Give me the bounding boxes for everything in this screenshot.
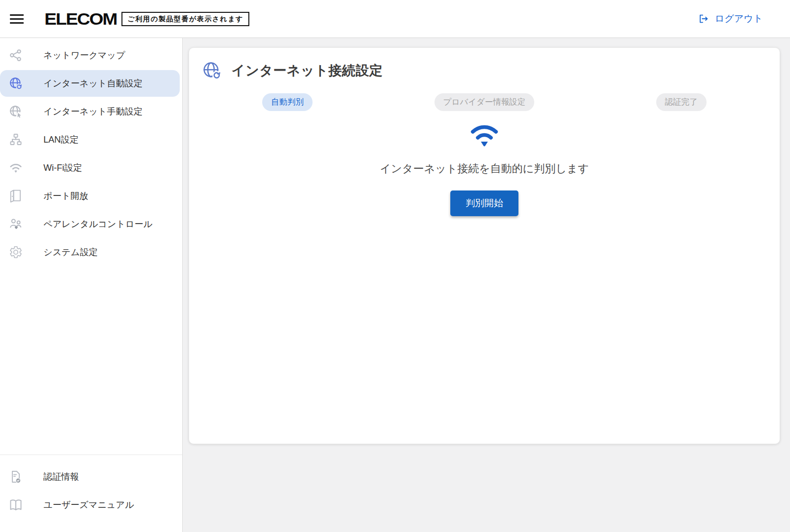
sidebar-item-label: 認証情報 [43,471,79,483]
step-provider-info: プロバイダー情報設定 [386,93,583,111]
sidebar-item-user-manual[interactable]: ユーザーズマニュアル [0,492,180,518]
sidebar-item-label: インターネット自動設定 [43,77,143,89]
sidebar: ネットワークマップ インターネット自動設定 [0,38,183,532]
network-map-icon [9,48,23,62]
sidebar-item-lan[interactable]: LAN設定 [0,126,180,153]
globe-sync-icon [9,76,23,90]
sidebar-item-system[interactable]: システム設定 [0,239,180,266]
step-pill: 認証完了 [656,93,707,111]
card-header: インターネット接続設定 [189,48,780,80]
logout-link[interactable]: ログアウト [698,12,763,25]
sidebar-footer: 認証情報 ユーザーズマニュアル [0,455,182,532]
open-door-icon [9,189,23,203]
sidebar-item-label: Wi-Fi設定 [43,162,82,174]
hamburger-icon [10,14,24,16]
gear-icon [9,245,23,259]
step-pill: プロバイダー情報設定 [434,93,535,111]
sidebar-item-internet-manual[interactable]: インターネット手動設定 [0,98,180,125]
lan-icon [9,133,23,147]
sidebar-item-internet-auto[interactable]: インターネット自動設定 [0,70,180,97]
hamburger-menu-button[interactable] [10,11,27,26]
document-check-icon [9,470,23,484]
sidebar-item-label: ユーザーズマニュアル [43,499,134,511]
sidebar-item-wifi[interactable]: Wi-Fi設定 [0,154,180,181]
logout-label: ログアウト [715,12,763,25]
auto-detect-panel: インターネット接続を自動的に判別します 判別開始 [189,122,780,216]
parental-control-icon [9,217,23,231]
elecom-logo: ELECOM [44,10,117,27]
body-split: ネットワークマップ インターネット自動設定 [0,38,790,532]
globe-cursor-icon [9,105,23,118]
sidebar-divider [0,455,182,455]
sidebar-item-port-forwarding[interactable]: ポート開放 [0,183,180,209]
book-icon [9,498,23,512]
step-auth-complete: 認証完了 [583,93,780,111]
step-auto-detect: 自動判別 [189,93,386,111]
sidebar-item-label: システム設定 [43,246,98,258]
logout-icon [698,13,709,24]
description-text: インターネット接続を自動的に判別します [189,161,780,176]
topbar: ELECOM ご利用の製品型番が表示されます ログアウト [0,0,790,38]
wifi-status-icon [470,122,499,147]
page-title: インターネット接続設定 [232,62,383,79]
globe-settings-icon [202,61,222,80]
wifi-icon [9,161,23,175]
sidebar-item-label: ネットワークマップ [43,49,125,61]
step-pill-active: 自動判別 [262,93,313,111]
sidebar-item-auth-info[interactable]: 認証情報 [0,463,180,490]
sidebar-item-label: インターネット手動設定 [43,106,143,117]
stepper: 自動判別 プロバイダー情報設定 認証完了 [189,93,780,111]
internet-settings-card: インターネット接続設定 自動判別 プロバイダー情報設定 認証完了 [189,47,780,444]
sidebar-item-network-map[interactable]: ネットワークマップ [0,42,180,69]
sidebar-item-parental-control[interactable]: ペアレンタルコントロール [0,211,180,237]
start-detection-button[interactable]: 判別開始 [450,190,518,216]
main-content: インターネット接続設定 自動判別 プロバイダー情報設定 認証完了 [183,38,790,532]
sidebar-item-label: ポート開放 [43,190,88,202]
sidebar-item-label: LAN設定 [43,134,79,146]
sidebar-item-label: ペアレンタルコントロール [43,218,153,230]
page-root: ELECOM ご利用の製品型番が表示されます ログアウト [0,0,790,532]
model-number-box: ご利用の製品型番が表示されます [121,12,249,26]
